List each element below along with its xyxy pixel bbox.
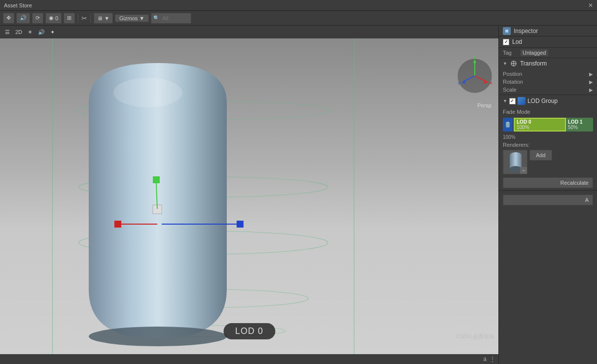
tag-value[interactable]: Untagged xyxy=(521,49,548,56)
vp-light-btn[interactable]: ☀ xyxy=(26,29,35,36)
lod-object-svg xyxy=(49,53,266,354)
rotation-expand-icon[interactable]: ▶ xyxy=(589,79,593,85)
viewport-controls-left: ☰ 2D ☀ 🔊 ✦ xyxy=(3,29,57,36)
lod-group-icon xyxy=(518,97,526,105)
toolbar-audio-btn[interactable]: 🔊 xyxy=(16,13,30,24)
toolbar-sep-1 xyxy=(78,14,78,23)
transform-collapse-icon: ▼ xyxy=(503,61,507,66)
svg-text:Z: Z xyxy=(458,81,460,85)
layer-count: 0 xyxy=(55,15,58,21)
lod-bar-container: LOD 0 100% LOD 1 50% xyxy=(503,118,593,132)
vp-shading-btn[interactable]: ☰ xyxy=(3,29,12,36)
toolbar-layer-btn[interactable]: ◉ 0 xyxy=(45,13,62,24)
inspector-title: Inspector xyxy=(514,28,538,34)
svg-rect-27 xyxy=(505,30,508,33)
asset-store-close-icon[interactable]: ✕ xyxy=(588,2,593,9)
asset-store-label: Asset Store xyxy=(4,2,32,8)
viewport-bottom: a ⋮ xyxy=(0,354,498,364)
transform-component: ▼ Transform Position ▶ Rotation ▶ xyxy=(499,58,597,95)
display-icon: 🖥 xyxy=(97,15,103,21)
viewport-lock-icon[interactable]: a xyxy=(483,356,487,363)
renderer-minus-btn[interactable]: − xyxy=(520,167,527,174)
lod-0-segment-label: LOD 0 xyxy=(517,119,531,125)
svg-point-32 xyxy=(507,122,509,123)
lod-0-segment-pct: 100% xyxy=(517,125,529,130)
vp-audio-icon: 🔊 xyxy=(38,29,45,35)
search-icon: 🔍 xyxy=(153,15,159,21)
move-icon: ✥ xyxy=(6,15,11,21)
shading-icon: ☰ xyxy=(5,29,10,35)
add-component-row: A xyxy=(499,191,597,209)
vp-fx-btn[interactable]: ✦ xyxy=(48,29,57,36)
audio-icon: 🔊 xyxy=(20,15,27,21)
transform-scale-row: Scale ▶ xyxy=(499,86,597,94)
viewport-menu-icon[interactable]: ⋮ xyxy=(490,356,495,363)
main-content: ☰ 2D ☀ 🔊 ✦ xyxy=(0,26,597,364)
gameobject-row: ✓ Lod xyxy=(499,36,597,48)
toolbar-display-btn[interactable]: 🖥 ▼ xyxy=(94,13,113,24)
svg-rect-10 xyxy=(153,176,160,183)
renderer-add-btn[interactable]: Add xyxy=(529,150,552,161)
fade-mode-row: Fade Mode xyxy=(503,109,593,115)
lod-segment-0[interactable]: LOD 0 100% xyxy=(514,118,566,132)
top-toolbar: ✥ 🔊 ⟳ ◉ 0 ⊞ ✂ 🖥 ▼ Gizmos ▼ 🔍 xyxy=(0,11,597,26)
vp-2d-label: 2D xyxy=(15,29,22,35)
add-component-btn[interactable]: A xyxy=(503,195,593,205)
inspector-header: Inspector xyxy=(499,26,597,36)
lod-1-segment-label: LOD 1 xyxy=(568,119,582,125)
renderer-thumbnail: − xyxy=(503,150,527,174)
transform-fields: Position ▶ Rotation ▶ Scale ▶ xyxy=(499,69,597,95)
lod-0-label: LOD 0 xyxy=(223,323,275,339)
checkbox-check-icon: ✓ xyxy=(504,39,508,44)
transform-position-row: Position ▶ xyxy=(499,70,597,78)
transform-rotation-row: Rotation ▶ xyxy=(499,78,597,86)
vp-fx-icon: ✦ xyxy=(50,29,55,35)
gizmos-arrow-icon: ▼ xyxy=(139,15,144,21)
gizmos-button[interactable]: Gizmos ▼ xyxy=(115,14,149,22)
vp-audio-btn[interactable]: 🔊 xyxy=(36,29,47,36)
transform-label: Transform xyxy=(520,60,547,67)
lod-group-checkbox[interactable]: ✓ xyxy=(509,98,516,104)
lod-preview-icon xyxy=(503,118,513,132)
toolbar-rotate-btn[interactable]: ⟳ xyxy=(32,13,43,24)
svg-point-8 xyxy=(113,78,182,107)
scale-expand-icon[interactable]: ▶ xyxy=(589,87,593,93)
lod-segment-1[interactable]: LOD 1 50% xyxy=(566,118,593,132)
renderer-row: − Add xyxy=(503,150,593,174)
tag-row: Tag Untagged xyxy=(499,48,597,58)
scene-canvas[interactable]: Y X Z Persp LOD 0 CSDN @番茄猿 xyxy=(0,38,498,354)
tag-label: Tag xyxy=(503,50,518,56)
gameobject-active-checkbox[interactable]: ✓ xyxy=(503,39,509,45)
position-expand-icon[interactable]: ▶ xyxy=(589,71,593,77)
renderers-label: Renderers: xyxy=(503,142,593,148)
scissors-icon: ✂ xyxy=(81,14,87,22)
vp-2d-btn[interactable]: 2D xyxy=(13,29,24,35)
scale-label: Scale xyxy=(503,87,530,93)
transform-header[interactable]: ▼ Transform xyxy=(499,58,597,69)
lod-group-collapse-icon: ▼ xyxy=(503,99,507,103)
lod-below-pct: 100% xyxy=(503,134,593,140)
svg-point-7 xyxy=(89,327,227,346)
compass-gizmo: Y X Z xyxy=(455,56,494,96)
svg-rect-12 xyxy=(237,221,244,228)
search-input[interactable] xyxy=(159,15,189,22)
lod-group-component: ▼ ✓ LOD Group Fade Mode xyxy=(499,95,597,191)
layer-icon: ◉ xyxy=(49,15,54,21)
grid-icon: ⊞ xyxy=(67,15,71,21)
svg-rect-11 xyxy=(114,221,121,228)
lod-group-header[interactable]: ▼ ✓ LOD Group xyxy=(499,95,597,107)
viewport-header: ☰ 2D ☀ 🔊 ✦ xyxy=(0,26,498,38)
display-arrow: ▼ xyxy=(104,15,109,21)
toolbar-move-btn[interactable]: ✥ xyxy=(3,13,14,24)
lod-checkbox-check: ✓ xyxy=(510,99,514,103)
lod-1-segment-pct: 50% xyxy=(568,125,578,130)
fade-mode-label: Fade Mode xyxy=(503,109,530,115)
lod-content: Fade Mode LOD 0 100% LOD xyxy=(499,107,597,190)
gameobject-name[interactable]: Lod xyxy=(512,38,522,45)
lod-group-label: LOD Group xyxy=(527,98,558,104)
toolbar-grid-btn[interactable]: ⊞ xyxy=(64,13,75,24)
svg-text:X: X xyxy=(490,81,492,85)
watermark-label: CSDN @番茄猿 xyxy=(456,333,494,340)
scene-viewport[interactable]: ☰ 2D ☀ 🔊 ✦ xyxy=(0,26,498,364)
recalculate-btn[interactable]: Recalculate xyxy=(503,177,593,188)
